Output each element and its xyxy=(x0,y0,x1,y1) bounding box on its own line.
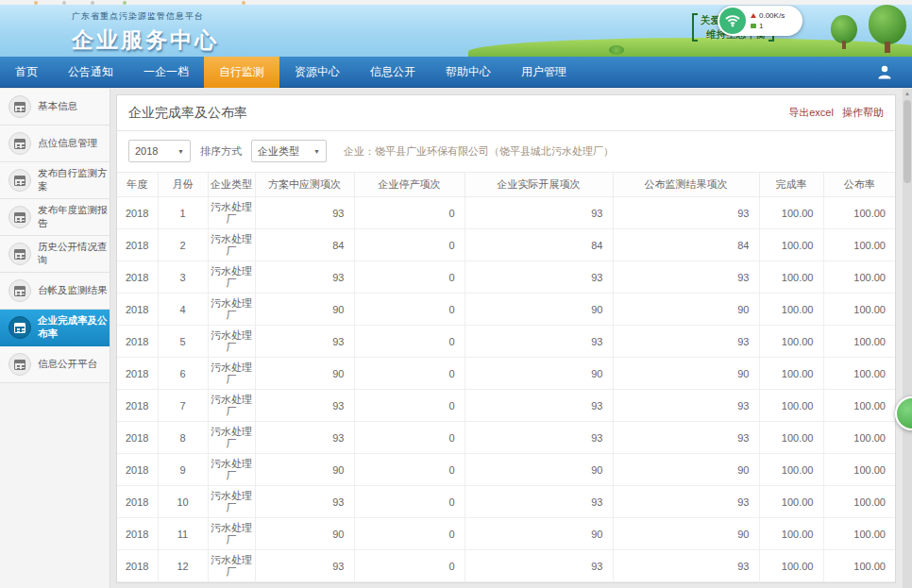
upload-arrow-icon xyxy=(751,13,756,18)
table-cell: 90 xyxy=(613,294,759,326)
user-icon[interactable] xyxy=(878,65,891,83)
table-cell: 90 xyxy=(613,454,759,486)
table-cell: 0 xyxy=(354,550,464,582)
calendar-icon xyxy=(8,206,31,228)
table-row: 20184污水处理厂9009090100.00100.00 xyxy=(117,294,895,326)
completion-rate-table: 年度 月份 企业类型 方案中应测项次 企业停产项次 企业实际开展项次 公布监测结… xyxy=(117,172,895,582)
calendar-icon xyxy=(8,95,31,118)
table-cell: 0 xyxy=(354,197,464,229)
help-link[interactable]: 操作帮助 xyxy=(842,107,884,118)
table-cell: 100.00 xyxy=(823,261,895,294)
table-cell: 100.00 xyxy=(759,486,823,518)
sidebar-item-history-query[interactable]: 历史公开情况查询 xyxy=(0,236,110,273)
table-cell: 0 xyxy=(354,358,464,390)
table-row: 20189污水处理厂9009090100.00100.00 xyxy=(117,454,895,486)
table-cell: 93 xyxy=(255,390,354,422)
panel-title: 企业完成率及公布率 xyxy=(128,105,247,122)
table-row: 20182污水处理厂8408484100.00100.00 xyxy=(117,229,895,261)
table-cell: 93 xyxy=(464,390,613,422)
nav-item-home[interactable]: 首页 xyxy=(0,57,53,88)
col-month: 月份 xyxy=(158,173,208,197)
year-select[interactable]: 2018 ▼ xyxy=(128,140,191,162)
col-publish-rate: 公布率 xyxy=(823,173,895,197)
table-cell: 6 xyxy=(158,358,208,390)
sidebar-item-publish-monitor-plan[interactable]: 发布自行监测方案 xyxy=(0,162,110,199)
table-cell: 3 xyxy=(158,261,208,294)
table-cell: 100.00 xyxy=(759,326,823,358)
net-speed-value: 0.00K/s xyxy=(759,10,785,21)
table-cell: 100.00 xyxy=(823,229,895,261)
table-cell: 污水处理厂 xyxy=(208,197,255,229)
table-cell: 污水处理厂 xyxy=(208,486,255,518)
table-cell: 90 xyxy=(255,358,354,390)
table-cell: 93 xyxy=(613,390,759,422)
table-cell: 0 xyxy=(354,390,464,422)
nav-item-help-center[interactable]: 帮助中心 xyxy=(431,57,506,88)
nav-item-enterprise-archive[interactable]: 一企一档 xyxy=(128,57,204,88)
vertical-scrollbar[interactable]: ▲ xyxy=(903,89,912,588)
nav-item-announcements[interactable]: 公告通知 xyxy=(53,57,128,88)
wifi-icon xyxy=(719,8,746,34)
scrollbar-thumb[interactable] xyxy=(904,100,911,183)
table-cell: 12 xyxy=(158,550,208,582)
table-cell: 93 xyxy=(464,550,613,582)
col-enterprise-type: 企业类型 xyxy=(208,173,255,197)
sidebar-item-point-info[interactable]: 点位信息管理 xyxy=(0,126,110,162)
network-speed-widget[interactable]: 0.00K/s 1 xyxy=(718,6,802,36)
scroll-up-arrow-icon[interactable]: ▲ xyxy=(903,89,912,98)
table-cell: 100.00 xyxy=(759,197,823,229)
bush-graphic xyxy=(609,45,624,55)
nav-item-self-monitoring[interactable]: 自行监测 xyxy=(204,57,279,88)
table-cell: 0 xyxy=(354,261,464,294)
col-published-items: 公布监测结果项次 xyxy=(613,173,759,197)
table-cell: 0 xyxy=(354,518,464,550)
table-row: 201811污水处理厂9009090100.00100.00 xyxy=(117,518,895,550)
table-cell: 0 xyxy=(354,294,464,326)
table-cell: 4 xyxy=(158,294,208,326)
table-cell: 0 xyxy=(354,229,464,261)
table-cell: 100.00 xyxy=(823,390,895,422)
table-cell: 100.00 xyxy=(823,454,895,486)
table-cell: 100.00 xyxy=(759,229,823,261)
sort-label: 排序方式 xyxy=(200,144,242,159)
table-cell: 10 xyxy=(158,486,208,518)
table-cell: 0 xyxy=(354,422,464,454)
calendar-icon xyxy=(8,279,31,302)
col-completion-rate: 完成率 xyxy=(759,173,823,197)
table-cell: 2018 xyxy=(117,486,158,518)
table-cell: 100.00 xyxy=(823,294,895,326)
nav-item-info-disclosure[interactable]: 信息公开 xyxy=(355,57,431,88)
nav-item-resource-center[interactable]: 资源中心 xyxy=(279,57,355,88)
enterprise-type-select[interactable]: 企业类型 ▼ xyxy=(251,140,327,162)
table-cell: 93 xyxy=(255,197,354,229)
header-banner: 关爱环境， 维持生态平衡 0.00K/s 1 xyxy=(497,5,912,57)
table-cell: 2018 xyxy=(117,550,158,582)
export-excel-link[interactable]: 导出excel xyxy=(788,107,834,118)
table-cell: 2018 xyxy=(117,229,158,261)
table-cell: 污水处理厂 xyxy=(208,518,255,550)
table-cell: 2018 xyxy=(117,358,158,390)
table-cell: 0 xyxy=(354,454,464,486)
tree-graphic xyxy=(831,15,857,49)
sidebar-item-completion-rate[interactable]: 企业完成率及公布率 xyxy=(0,310,110,346)
table-cell: 100.00 xyxy=(759,294,823,326)
table-cell: 100.00 xyxy=(759,390,823,422)
sidebar-item-disclosure-platform[interactable]: 信息公开平台 xyxy=(0,346,110,383)
table-cell: 93 xyxy=(255,261,354,294)
calendar-icon xyxy=(8,316,31,339)
table-cell: 90 xyxy=(464,454,613,486)
table-cell: 84 xyxy=(255,229,354,261)
table-cell: 90 xyxy=(464,358,613,390)
main-panel: 企业完成率及公布率 导出excel 操作帮助 2018 ▼ 排序方式 企业类型 … xyxy=(116,94,896,583)
table-cell: 84 xyxy=(613,229,759,261)
table-cell: 93 xyxy=(464,197,613,229)
nav-item-user-management[interactable]: 用户管理 xyxy=(506,57,582,88)
sidebar-item-publish-annual-report[interactable]: 发布年度监测报告 xyxy=(0,199,110,236)
table-cell: 93 xyxy=(255,550,354,582)
table-cell: 93 xyxy=(613,261,759,294)
table-cell: 2018 xyxy=(117,294,158,326)
sidebar-item-ledger-results[interactable]: 台帐及监测结果 xyxy=(0,273,110,310)
table-cell: 100.00 xyxy=(823,550,895,582)
table-cell: 90 xyxy=(255,518,354,550)
sidebar-item-basic-info[interactable]: 基本信息 xyxy=(0,89,110,126)
